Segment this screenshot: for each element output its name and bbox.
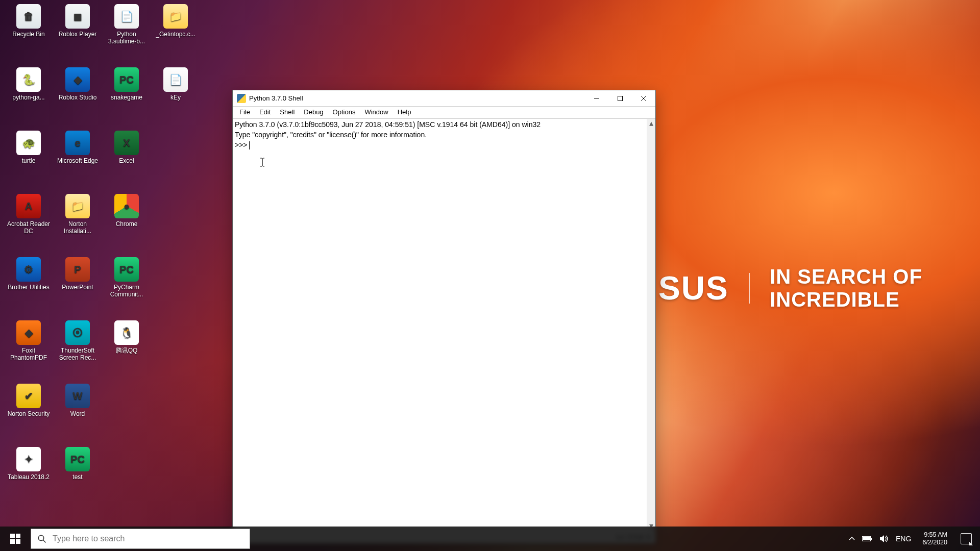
vertical-scrollbar[interactable]: ▴ ▾ xyxy=(647,119,655,530)
turtle-icon: 🐢 xyxy=(16,131,41,155)
foxit-icon: ◆ xyxy=(16,320,41,345)
desktop-icon-word[interactable]: WWord xyxy=(54,384,101,417)
volume-icon[interactable] xyxy=(879,535,889,543)
desktop-icon-python-ga[interactable]: 🐍python-ga... xyxy=(5,67,52,101)
battery-icon[interactable] xyxy=(862,536,872,542)
system-tray: ENG 9:55 AM 6/2/2020 xyxy=(846,527,980,551)
desktop-icon-roblox-player[interactable]: ◼Roblox Player xyxy=(54,4,101,38)
desktop-icon-tencent-qq[interactable]: 🐧腾讯QQ xyxy=(103,320,150,354)
desktop-icon-label: Norton Installati... xyxy=(54,220,101,235)
menu-options[interactable]: Options xyxy=(328,107,360,118)
search-input[interactable] xyxy=(53,534,250,543)
roblox-player-icon: ◼ xyxy=(65,4,90,29)
desktop-icon-foxit[interactable]: ◆Foxit PhantomPDF xyxy=(5,320,52,361)
menu-window[interactable]: Window xyxy=(360,107,393,118)
shell-body[interactable]: Python 3.7.0 (v3.7.0:1bf9cc5093, Jun 27 … xyxy=(233,119,655,530)
desktop-icon-label: Acrobat Reader DC xyxy=(5,220,52,235)
menu-shell[interactable]: Shell xyxy=(275,107,299,118)
desktop-icon-powerpoint[interactable]: PPowerPoint xyxy=(54,257,101,291)
desktop-icon-thundersoft[interactable]: ⦿ThunderSoft Screen Rec... xyxy=(54,320,101,361)
desktop-icon-recycle-bin[interactable]: 🗑Recycle Bin xyxy=(5,4,52,38)
desktop-icon-excel[interactable]: XExcel xyxy=(103,131,150,164)
brother-utilities-icon: ⚙ xyxy=(16,257,41,282)
shell-output: Python 3.7.0 (v3.7.0:1bf9cc5093, Jun 27 … xyxy=(235,120,541,149)
action-center-icon[interactable] xyxy=(961,533,972,544)
desktop-icon-chrome[interactable]: ●Chrome xyxy=(103,194,150,228)
menu-edit[interactable]: Edit xyxy=(255,107,275,118)
close-button[interactable] xyxy=(632,90,655,106)
desktop-icon-label: Recycle Bin xyxy=(5,31,52,38)
desktop-icon-label: python-ga... xyxy=(5,94,52,101)
desktop-icon-python-sublime[interactable]: 📄Python 3.sublime-b... xyxy=(103,4,150,45)
window-menubar: FileEditShellDebugOptionsWindowHelp xyxy=(233,107,655,119)
svg-line-5 xyxy=(43,540,45,542)
desktop-icon-snakegame[interactable]: PCsnakegame xyxy=(103,67,150,101)
microsoft-edge-icon: e xyxy=(65,131,90,155)
desktop-icon-pycharm-community[interactable]: PCPyCharm Communit... xyxy=(103,257,150,298)
desktop-icon-norton-install[interactable]: 📁Norton Installati... xyxy=(54,194,101,235)
svg-rect-8 xyxy=(863,537,870,540)
desktop-icon-roblox-studio[interactable]: ◆Roblox Studio xyxy=(54,67,101,101)
desktop-icon-label: turtle xyxy=(5,157,52,164)
language-indicator[interactable]: ENG xyxy=(896,535,911,543)
taskbar-clock[interactable]: 9:55 AM 6/2/2020 xyxy=(918,531,951,546)
desktop-icon-label: snakegame xyxy=(103,94,150,101)
key-icon: 📄 xyxy=(163,67,188,92)
desktop-icon-tableau[interactable]: ✦Tableau 2018.2 xyxy=(5,447,52,481)
recycle-bin-icon: 🗑 xyxy=(16,4,41,29)
desktop-icon-label: _Getintopc.c... xyxy=(152,31,199,38)
start-button[interactable] xyxy=(0,527,31,551)
desktop-icon-microsoft-edge[interactable]: eMicrosoft Edge xyxy=(54,131,101,164)
python-icon xyxy=(237,94,246,103)
desktop-icon-label: Norton Security xyxy=(5,410,52,417)
desktop-icon-label: ThunderSoft Screen Rec... xyxy=(54,347,101,361)
norton-security-icon: ✔ xyxy=(16,384,41,408)
desktop-icon-brother-utilities[interactable]: ⚙Brother Utilities xyxy=(5,257,52,291)
desktop-icon-label: kEy xyxy=(152,94,199,101)
desktop-icon-label: Microsoft Edge xyxy=(54,157,101,164)
clock-time: 9:55 AM xyxy=(922,531,947,539)
python-shell-window: Python 3.7.0 Shell FileEditShellDebugOpt… xyxy=(232,90,656,544)
desktop-icon-label: Python 3.sublime-b... xyxy=(103,31,150,45)
desktop-icon-test[interactable]: PCtest xyxy=(54,447,101,481)
desktop-icon-getintopc[interactable]: 📁_Getintopc.c... xyxy=(152,4,199,38)
menu-file[interactable]: File xyxy=(235,107,255,118)
desktop-icon-label: Chrome xyxy=(103,220,150,228)
desktop-icon-label: Excel xyxy=(103,157,150,164)
clock-date: 6/2/2020 xyxy=(922,539,947,546)
desktop-icon-label: PowerPoint xyxy=(54,284,101,291)
svg-rect-7 xyxy=(871,538,872,540)
roblox-studio-icon: ◆ xyxy=(65,67,90,92)
desktop-icon-label: Roblox Studio xyxy=(54,94,101,101)
desktop-icon-key[interactable]: 📄kEy xyxy=(152,67,199,101)
norton-install-icon: 📁 xyxy=(65,194,90,218)
maximize-button[interactable] xyxy=(608,90,632,106)
svg-point-4 xyxy=(38,535,44,541)
taskbar-search[interactable] xyxy=(31,529,250,549)
window-titlebar[interactable]: Python 3.7.0 Shell xyxy=(233,90,655,107)
desktop-icon-label: Roblox Player xyxy=(54,31,101,38)
mouse-cursor-ibeam xyxy=(259,158,265,167)
python-sublime-icon: 📄 xyxy=(114,4,139,29)
minimize-button[interactable] xyxy=(585,90,608,106)
scroll-up-icon[interactable]: ▴ xyxy=(647,119,655,128)
menu-debug[interactable]: Debug xyxy=(299,107,328,118)
tableau-icon: ✦ xyxy=(16,447,41,471)
desktop-icon-label: Foxit PhantomPDF xyxy=(5,347,52,361)
desktop-icon-label: 腾讯QQ xyxy=(103,347,150,354)
desktop-icon-label: Tableau 2018.2 xyxy=(5,473,52,481)
taskbar: ENG 9:55 AM 6/2/2020 xyxy=(0,527,980,551)
menu-help[interactable]: Help xyxy=(393,107,416,118)
chrome-icon: ● xyxy=(114,194,139,218)
word-icon: W xyxy=(65,384,90,408)
windows-logo-icon xyxy=(10,534,20,544)
desktop-icon-label: Word xyxy=(54,410,101,417)
tray-overflow-button[interactable] xyxy=(849,536,855,542)
window-title: Python 3.7.0 Shell xyxy=(249,94,585,102)
desktop-icon-norton-security[interactable]: ✔Norton Security xyxy=(5,384,52,417)
desktop-icon-turtle[interactable]: 🐢turtle xyxy=(5,131,52,164)
chevron-up-icon xyxy=(849,536,855,542)
search-icon xyxy=(37,534,46,543)
desktop-icon-acrobat-reader[interactable]: AAcrobat Reader DC xyxy=(5,194,52,235)
getintopc-icon: 📁 xyxy=(163,4,188,29)
